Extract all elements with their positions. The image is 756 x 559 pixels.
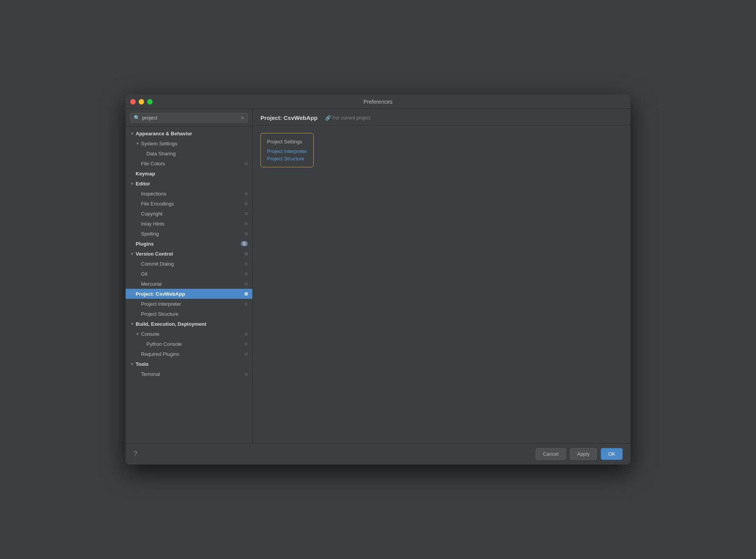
footer: ? Cancel Apply OK bbox=[126, 443, 630, 465]
close-button[interactable] bbox=[130, 99, 136, 104]
sidebar-item-project-interpreter[interactable]: Project Interpreter ⊞ bbox=[126, 299, 252, 309]
sidebar-item-copyright[interactable]: Copyright ⊞ bbox=[126, 209, 252, 219]
sidebar-item-system-settings[interactable]: ▼ System Settings bbox=[126, 138, 252, 148]
sidebar-item-python-console[interactable]: Python Console ⊞ bbox=[126, 339, 252, 349]
sidebar-item-git[interactable]: Git ⊞ bbox=[126, 269, 252, 279]
sidebar-item-project-structure[interactable]: Project Structure bbox=[126, 309, 252, 319]
settings-icon: ⊞ bbox=[244, 291, 248, 296]
sidebar-item-file-encodings[interactable]: File Encodings ⊞ bbox=[126, 199, 252, 209]
panel-header: Project: CsvWebApp 🔗 For current project bbox=[253, 109, 630, 125]
settings-icon: ⊞ bbox=[244, 281, 248, 286]
ok-button[interactable]: OK bbox=[601, 448, 623, 460]
preferences-window: Preferences 🔍 ✕ ▼ Appearance & Behavior bbox=[126, 94, 630, 465]
sidebar-item-label: Project: CsvWebApp bbox=[136, 291, 243, 297]
panel-title: Project: CsvWebApp bbox=[260, 114, 318, 121]
search-input[interactable] bbox=[142, 115, 238, 121]
sidebar-item-mercurial[interactable]: Mercurial ⊞ bbox=[126, 279, 252, 289]
sidebar-item-label: Mercurial bbox=[141, 281, 243, 287]
sidebar-item-keymap[interactable]: Keymap bbox=[126, 168, 252, 178]
sidebar-item-label: System Settings bbox=[141, 141, 248, 146]
settings-icon: ⊞ bbox=[244, 191, 248, 196]
settings-icon: ⊞ bbox=[244, 332, 248, 337]
sidebar-item-terminal[interactable]: Terminal ⊞ bbox=[126, 369, 252, 379]
help-button[interactable]: ? bbox=[133, 450, 137, 458]
sidebar-item-inlay-hints[interactable]: Inlay Hints ⊞ bbox=[126, 219, 252, 229]
sidebar-item-label: File Colors bbox=[141, 161, 243, 167]
maximize-button[interactable] bbox=[147, 99, 153, 104]
settings-icon: ⊞ bbox=[244, 161, 248, 166]
minimize-button[interactable] bbox=[139, 99, 144, 104]
sidebar-item-commit-dialog[interactable]: Commit Dialog ⊞ bbox=[126, 259, 252, 269]
sidebar-item-label: Python Console bbox=[146, 341, 243, 347]
sidebar-item-label: File Encodings bbox=[141, 201, 243, 207]
sidebar-item-label: Tools bbox=[136, 361, 248, 367]
sidebar-item-tools[interactable]: ▼ Tools bbox=[126, 359, 252, 369]
window-title: Preferences bbox=[363, 99, 392, 105]
sidebar-item-project-csvwebapp[interactable]: ▼ Project: CsvWebApp ⊞ bbox=[126, 289, 252, 299]
sidebar-item-label: Appearance & Behavior bbox=[136, 131, 248, 136]
search-input-wrap[interactable]: 🔍 ✕ bbox=[130, 113, 248, 123]
sidebar-item-required-plugins[interactable]: Required Plugins ⊞ bbox=[126, 349, 252, 359]
sidebar-item-label: Project Interpreter bbox=[141, 301, 243, 307]
arrow-icon: ▼ bbox=[136, 332, 141, 336]
panel-body: Project Settings Project Interpreter Pro… bbox=[253, 125, 630, 443]
project-settings-box: Project Settings Project Interpreter Pro… bbox=[260, 133, 314, 167]
apply-button[interactable]: Apply bbox=[570, 448, 597, 460]
search-icon: 🔍 bbox=[134, 115, 140, 121]
cancel-button[interactable]: Cancel bbox=[536, 448, 566, 460]
sidebar-item-build-execution[interactable]: ▼ Build, Execution, Deployment bbox=[126, 319, 252, 329]
sidebar-item-label: Data Sharing bbox=[146, 151, 248, 157]
settings-icon: ⊞ bbox=[244, 372, 248, 377]
sidebar-item-version-control[interactable]: ▼ Version Control ⊞ bbox=[126, 249, 252, 259]
sidebar-item-label: Keymap bbox=[136, 171, 248, 177]
arrow-icon: ▼ bbox=[130, 182, 136, 186]
sidebar-item-editor[interactable]: ▼ Editor bbox=[126, 178, 252, 189]
arrow-icon: ▼ bbox=[130, 131, 136, 136]
sidebar-item-label: Inspections bbox=[141, 191, 243, 197]
arrow-icon: ▼ bbox=[130, 322, 136, 326]
sidebar-item-inspections[interactable]: Inspections ⊞ bbox=[126, 189, 252, 199]
sidebar-item-file-colors[interactable]: File Colors ⊞ bbox=[126, 158, 252, 168]
link-icon: 🔗 bbox=[325, 115, 331, 121]
settings-icon: ⊞ bbox=[244, 231, 248, 236]
plugins-badge: 5 bbox=[241, 241, 248, 246]
sidebar-item-label: Project Structure bbox=[141, 311, 248, 317]
sidebar-item-label: Editor bbox=[136, 181, 248, 187]
titlebar: Preferences bbox=[126, 94, 630, 109]
sidebar-item-appearance-behavior[interactable]: ▼ Appearance & Behavior bbox=[126, 128, 252, 138]
settings-icon: ⊞ bbox=[244, 251, 248, 256]
main-panel: Project: CsvWebApp 🔗 For current project… bbox=[253, 109, 630, 443]
sidebar-item-console[interactable]: ▼ Console ⊞ bbox=[126, 329, 252, 339]
arrow-icon: ▼ bbox=[130, 252, 136, 256]
settings-icon: ⊞ bbox=[244, 221, 248, 226]
settings-icon: ⊞ bbox=[244, 352, 248, 357]
search-box: 🔍 ✕ bbox=[126, 109, 252, 127]
settings-icon: ⊞ bbox=[244, 261, 248, 266]
settings-icon: ⊞ bbox=[244, 201, 248, 206]
arrow-icon: ▼ bbox=[130, 292, 136, 296]
sidebar-item-data-sharing[interactable]: Data Sharing bbox=[126, 148, 252, 158]
sidebar-item-label: Copyright bbox=[141, 211, 243, 217]
sidebar-item-label: Plugins bbox=[136, 241, 239, 247]
traffic-lights bbox=[130, 99, 153, 104]
settings-icon: ⊞ bbox=[244, 211, 248, 216]
settings-icon: ⊞ bbox=[244, 271, 248, 276]
arrow-icon: ▼ bbox=[130, 362, 136, 366]
arrow-icon: ▼ bbox=[136, 141, 141, 146]
project-interpreter-link[interactable]: Project Interpreter bbox=[267, 148, 307, 154]
settings-icon: ⊞ bbox=[244, 301, 248, 306]
settings-links: Project Interpreter Project Structure bbox=[267, 148, 307, 162]
sidebar-item-spelling[interactable]: Spelling ⊞ bbox=[126, 229, 252, 239]
sidebar-tree: ▼ Appearance & Behavior ▼ System Setting… bbox=[126, 127, 252, 443]
sidebar-item-plugins[interactable]: Plugins 5 bbox=[126, 239, 252, 249]
sidebar-item-label: Console bbox=[141, 331, 243, 337]
sidebar-item-label: Required Plugins bbox=[141, 351, 243, 357]
project-structure-link[interactable]: Project Structure bbox=[267, 156, 307, 162]
footer-buttons: Cancel Apply OK bbox=[536, 448, 623, 460]
sidebar-item-label: Build, Execution, Deployment bbox=[136, 321, 248, 327]
sidebar-item-label: Inlay Hints bbox=[141, 221, 243, 227]
clear-icon[interactable]: ✕ bbox=[240, 115, 244, 121]
project-settings-label: Project Settings bbox=[267, 139, 307, 145]
sidebar-item-label: Git bbox=[141, 271, 243, 277]
settings-icon: ⊞ bbox=[244, 342, 248, 347]
